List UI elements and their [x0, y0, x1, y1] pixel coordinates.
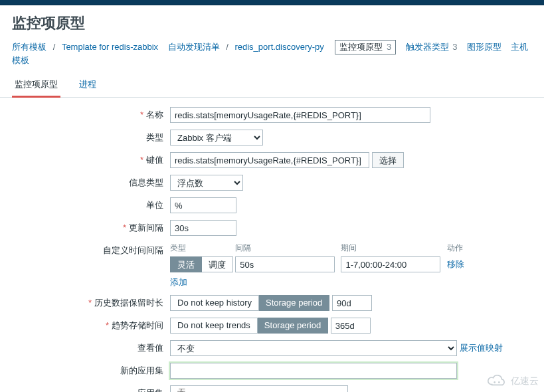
new-application-input[interactable] [170, 363, 457, 379]
seg-flexible[interactable]: 灵活 [170, 256, 202, 272]
history-toggle[interactable]: Do not keep history Storage period [170, 295, 329, 311]
app-option-none[interactable]: -无- [171, 386, 347, 392]
add-link[interactable]: 添加 [170, 277, 187, 287]
name-input[interactable] [170, 107, 430, 123]
th-period: 期间 [341, 243, 446, 254]
label-type: 类型 [146, 132, 163, 142]
interval-type-toggle[interactable]: 灵活 调度 [170, 256, 233, 272]
watermark: 亿速云 [486, 375, 539, 388]
tab-process[interactable]: 进程 [76, 73, 99, 96]
unit-input[interactable] [170, 197, 236, 213]
key-input[interactable] [170, 152, 369, 168]
update-interval-input[interactable] [170, 220, 236, 236]
bc-discovery-list[interactable]: 自动发现清单 [168, 42, 220, 52]
label-update: 更新间隔 [129, 223, 163, 233]
label-app: 应用集 [137, 388, 163, 392]
type-select[interactable]: Zabbix 客户端 [170, 130, 263, 146]
cloud-icon [486, 375, 508, 388]
svg-point-0 [494, 381, 496, 383]
seg-trends-storage[interactable]: Storage period [258, 318, 328, 334]
tab-item-prototype[interactable]: 监控项原型 [12, 73, 60, 98]
label-custom-interval: 自定义时间间隔 [103, 245, 163, 255]
svg-point-1 [498, 381, 500, 383]
interval-period-input[interactable] [341, 256, 440, 272]
remove-link[interactable]: 移除 [447, 259, 464, 269]
label-new-app: 新的应用集 [120, 365, 163, 375]
th-type: 类型 [170, 243, 235, 254]
th-interval: 间隔 [235, 243, 341, 254]
label-unit: 单位 [146, 200, 163, 210]
show-value-mapping-link[interactable]: 展示值映射 [460, 342, 503, 354]
label-history: 历史数据保留时长 [94, 298, 163, 308]
bc-all-templates[interactable]: 所有模板 [12, 42, 46, 52]
trends-period-input[interactable] [331, 318, 371, 334]
info-type-select[interactable]: 浮点数 [170, 175, 243, 191]
seg-history-storage[interactable]: Storage period [259, 295, 329, 311]
show-value-select[interactable]: 不变 [170, 340, 457, 356]
bc-discovery-rule[interactable]: redis_port.discovery-py [234, 42, 323, 52]
custom-interval-table: 类型 间隔 期间 动作 灵活 调度 移除 添加 [170, 243, 470, 288]
bc-sep: / [226, 42, 228, 52]
label-name: 名称 [146, 110, 163, 120]
bc-tab-trigger-proto[interactable]: 触发器类型 [406, 42, 449, 52]
seg-history-no-keep[interactable]: Do not keep history [170, 295, 259, 311]
label-trends: 趋势存储时间 [112, 320, 163, 330]
bc-sep: / [53, 42, 56, 52]
page-title: 监控项原型 [0, 5, 544, 40]
bc-tab-graph-proto[interactable]: 图形原型 [467, 42, 501, 52]
top-bar [0, 0, 544, 5]
trends-toggle[interactable]: Do not keep trends Storage period [170, 318, 328, 334]
label-info-type: 信息类型 [129, 177, 163, 187]
sub-tabs: 监控项原型 进程 [0, 73, 544, 98]
label-show-value: 查看值 [137, 343, 163, 353]
bc-template[interactable]: Template for redis-zabbix [62, 42, 158, 52]
th-action: 动作 [447, 243, 470, 254]
bc-tab-item-proto[interactable]: 监控项原型 3 [335, 40, 396, 54]
seg-trends-no-keep[interactable]: Do not keep trends [170, 318, 258, 334]
applications-listbox[interactable]: -无- redis-cluster [170, 385, 348, 392]
select-button[interactable]: 选择 [372, 152, 404, 168]
form: *名称 类型 Zabbix 客户端 *键值 选择 信息类型 浮点数 单位 *更新… [0, 98, 544, 392]
seg-scheduling[interactable]: 调度 [202, 256, 233, 272]
breadcrumb: 所有模板 / Template for redis-zabbix 自动发现清单 … [0, 40, 544, 70]
label-key: 键值 [146, 155, 163, 165]
interval-value-input[interactable] [235, 256, 335, 272]
history-period-input[interactable] [332, 295, 372, 311]
